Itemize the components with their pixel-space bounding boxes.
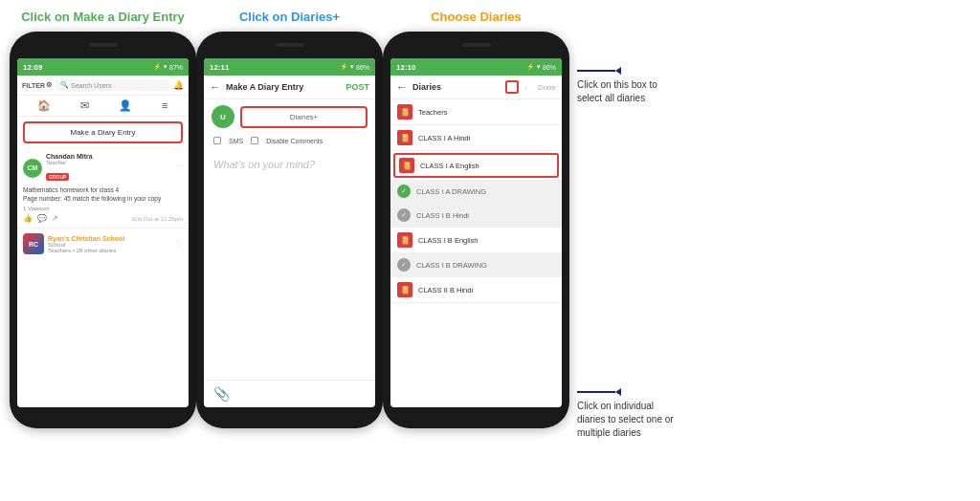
diary-icon-teachers: 📔 [397, 104, 412, 120]
checkmark-drawing-b: ✓ [397, 258, 411, 272]
section-1: Click on Make a Diary Entry 12:09 ⚡ ▾ 87… [10, 10, 196, 491]
school-avatar: RC [23, 233, 44, 254]
main-container: Click on Make a Diary Entry 12:09 ⚡ ▾ 87… [0, 0, 980, 501]
wifi-icon-2: ▾ [350, 63, 354, 71]
user-avatar-2: U [212, 105, 234, 128]
attach-icon[interactable]: 📎 [213, 386, 230, 402]
callout-top: Click on this box to select all diaries [577, 67, 679, 105]
callout-top-text: Click on this box to select all diaries [577, 78, 679, 105]
post-button[interactable]: POST [345, 82, 369, 92]
back-button-3[interactable]: ← [396, 80, 408, 94]
search-box[interactable]: 🔍 Search Users [56, 79, 169, 91]
section-1-title: Click on Make a Diary Entry [21, 10, 185, 24]
diary-item-drawing-a[interactable]: ✓ CLASS I A DRAWING [390, 180, 562, 204]
status-bar-2: 12:11 ⚡ ▾ 86% [204, 58, 375, 76]
phone-3: 12:10 ⚡ ▾ 86% ← Diaries | Done [383, 32, 569, 428]
sms-checkbox[interactable] [213, 137, 221, 144]
battery-icon-1: 87% [169, 64, 183, 71]
phone2-header: ← Make A Diary Entry POST [204, 76, 375, 99]
signal-icon-3: ⚡ [526, 63, 535, 71]
diary-item-english-b[interactable]: 📔 CLASS I B English [390, 228, 562, 253]
nav-person-icon[interactable]: 👤 [119, 99, 132, 112]
attach-area: 📎 [204, 380, 375, 407]
signal-icon-1: ⚡ [153, 63, 162, 71]
section-3-with-callouts: Choose Diaries 12:10 ⚡ ▾ 86% [383, 10, 679, 491]
diaries-row: U Diaries+ [204, 99, 375, 134]
diary-icon-english-b: 📔 [397, 232, 412, 248]
post-actions-1: 👍 💬 ↗ 31st Oct at 12:29pm [23, 214, 183, 223]
school-name: Ryan's Christian School [48, 235, 171, 242]
diary-icon-english-a: 📔 [399, 158, 414, 173]
post-user-row-2: RC Ryan's Christian School School Teache… [23, 233, 183, 254]
diary-name-english-a: CLASS I A English [420, 162, 553, 170]
callout-bottom-text: Click on individual diaries to select on… [577, 400, 679, 440]
diary-name-english-b: CLASS I B English [418, 236, 555, 245]
diary-item-hindi-b[interactable]: ✓ CLASS I B Hindi [390, 204, 562, 228]
post-user-info-2: Ryan's Christian School School Teachers … [48, 235, 171, 253]
heart-icon-2[interactable]: ♡ [175, 239, 183, 249]
phone-3-screen: 12:10 ⚡ ▾ 86% ← Diaries | Done [390, 58, 562, 407]
post-date-1: 31st Oct at 12:29pm [131, 216, 183, 222]
avatar-1: CM [23, 159, 42, 178]
done-button[interactable]: Done [538, 83, 556, 92]
post-text-1: Mathematics homework for class 4 Page nu… [23, 185, 183, 203]
nav-home-icon[interactable]: 🏠 [37, 99, 51, 112]
callout-bottom: Click on individual diaries to select on… [577, 388, 679, 440]
diary-item-hindi-a[interactable]: 📔 CLASS I A Hindi [390, 125, 562, 151]
like-icon[interactable]: 👍 [23, 214, 33, 223]
diary-name-hindi-b: CLASS I B Hindi [416, 211, 555, 220]
status-time-2: 12:11 [210, 63, 229, 72]
status-icons-2: ⚡ ▾ 86% [340, 63, 369, 71]
callout-top-arrow-line [577, 70, 615, 72]
filter-icon: ⚙ [46, 81, 52, 89]
phone2-title: Make A Diary Entry [226, 82, 341, 92]
make-diary-entry-button[interactable]: Make a Diary Entry [23, 121, 183, 143]
diary-icon-hindi-a: 📔 [397, 130, 412, 145]
signal-icon-2: ⚡ [340, 63, 348, 71]
post-user-info-1: Chandan Mitra Teacher GROUP [46, 153, 171, 183]
group-badge-1: GROUP [46, 173, 69, 181]
phone-speaker-3 [462, 43, 491, 47]
checkmark-hindi-b: ✓ [397, 208, 411, 222]
comment-icon[interactable]: 💬 [37, 214, 47, 223]
diaries-plus-button[interactable]: Diaries+ [240, 106, 368, 128]
callout-bottom-arrow-row [577, 388, 679, 396]
heart-icon-1[interactable]: ♡ [175, 163, 183, 173]
section-3-title: Choose Diaries [431, 10, 522, 24]
post-meta-1: 1 Vawsum [23, 206, 183, 211]
callout-bottom-arrowhead [615, 388, 621, 396]
diary-icon-hindi-2b: 📔 [397, 282, 412, 297]
battery-icon-3: 86% [543, 64, 556, 71]
school-sub: Teachers • 28 other diaries [48, 248, 171, 253]
select-all-checkbox[interactable] [505, 80, 519, 94]
status-icons-1: ⚡ ▾ 87% [153, 63, 183, 71]
section-2: Click on Diaries+ 12:11 ⚡ ▾ 86% ← Make A… [196, 10, 383, 491]
diary-item-drawing-b[interactable]: ✓ CLASS I B DRAWING [390, 253, 562, 277]
compose-area[interactable]: What's on your mind? [204, 147, 375, 380]
phone-1-screen: 12:09 ⚡ ▾ 87% FILTER ⚙ 🔍 Search [17, 58, 189, 407]
diary-item-teachers[interactable]: 📔 Teachers [390, 99, 562, 125]
diaries-title: Diaries [412, 82, 501, 92]
diary-item-hindi-2b[interactable]: 📔 CLASS II B Hindi [390, 277, 562, 303]
phone-speaker-1 [89, 43, 118, 47]
diary-name-teachers: Teachers [418, 108, 555, 117]
nav-mail-icon[interactable]: ✉ [80, 99, 89, 112]
sms-row: SMS Disable Comments [204, 134, 375, 147]
post-item-2: RC Ryan's Christian School School Teache… [17, 229, 189, 262]
back-button-2[interactable]: ← [210, 80, 221, 94]
phone-1: 12:09 ⚡ ▾ 87% FILTER ⚙ 🔍 Search [10, 32, 196, 428]
diary-item-english-a[interactable]: 📔 CLASS I A English [393, 153, 559, 178]
checkmark-drawing-a: ✓ [397, 185, 411, 198]
disable-comments-checkbox[interactable] [251, 137, 258, 144]
callout-top-arrow-row [577, 67, 679, 75]
bell-icon[interactable]: 🔔 [173, 80, 184, 90]
filter-label[interactable]: FILTER ⚙ [22, 81, 52, 89]
section-3: Choose Diaries 12:10 ⚡ ▾ 86% [383, 10, 569, 428]
status-bar-1: 12:09 ⚡ ▾ 87% [17, 58, 189, 76]
phone-2-screen: 12:11 ⚡ ▾ 86% ← Make A Diary Entry POST … [204, 58, 375, 407]
wifi-icon-3: ▾ [537, 63, 541, 71]
nav-menu-icon[interactable]: ≡ [162, 99, 167, 112]
diary-name-drawing-b: CLASS I B DRAWING [416, 261, 555, 270]
share-icon[interactable]: ↗ [52, 214, 58, 223]
callout-panel: Click on this box to select all diaries … [569, 10, 679, 449]
